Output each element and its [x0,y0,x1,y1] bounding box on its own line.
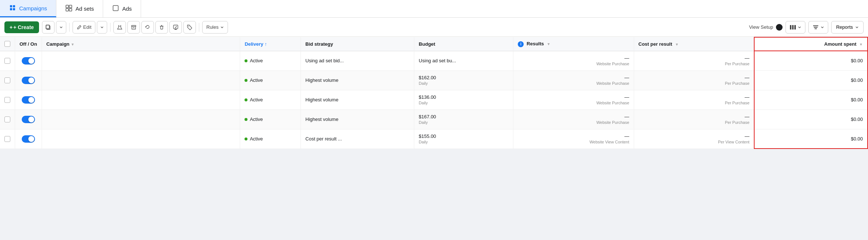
campaign-toggle[interactable] [22,135,35,143]
results-main: — [518,114,629,119]
budget-main: $167.00 [419,114,509,119]
assign-button[interactable] [169,21,182,34]
cell-campaign [42,51,240,70]
undo-button[interactable] [141,21,154,34]
amount-value: $0.00 [851,77,863,83]
create-label: + Create [13,24,34,30]
reports-button[interactable]: Reports [831,21,864,34]
cost-main: — [639,75,750,80]
delivery-sort-icon: ↑ [265,41,267,47]
th-cost-per-result: Cost per result ▼ [634,37,754,51]
results-main: — [518,133,629,139]
cell-amount-spent: $0.00 [754,70,868,90]
budget-main: $136.00 [419,94,509,100]
campaign-toggle[interactable] [22,57,35,65]
assign-icon [173,24,179,30]
create-button[interactable]: + + Create [4,21,39,33]
rules-button[interactable]: Rules [202,21,228,34]
ads-icon [112,4,119,13]
edit-icon [77,25,82,30]
duplicate-button[interactable] [42,21,55,34]
cell-amount-spent: $0.00 [754,90,868,109]
cell-checkbox [0,90,15,109]
th-delivery[interactable]: Delivery ↑ [240,37,301,51]
bid-value: Highest volume [305,97,338,102]
table-row: ActiveHighest volume$136.00Daily—Website… [0,90,868,109]
cell-campaign [42,90,240,109]
tab-campaigns[interactable]: Campaigns [0,0,56,17]
budget-main: Using ad set bu... [419,58,509,63]
cell-cost-per-result: —Per Purchase [634,90,754,109]
cell-results: —Website Purchase [513,109,634,129]
th-toggle: Off / On [15,37,42,51]
active-dot [245,79,247,82]
cell-amount-spent: $0.00 [754,129,868,149]
budget-main: $155.00 [419,133,509,139]
campaign-toggle[interactable] [22,116,35,123]
cost-sort-icon: ▼ [675,42,679,46]
archive-button[interactable] [127,21,140,34]
cost-sub: Per Purchase [639,101,750,105]
tag-button[interactable] [183,21,196,34]
table-row: ActiveHighest volume$162.00Daily—Website… [0,70,868,90]
cell-bid-strategy: Highest volume [301,90,414,109]
cell-toggle [15,129,42,149]
test-button[interactable] [113,21,126,34]
separator-2 [110,23,110,32]
svg-rect-18 [173,25,178,29]
budget-sub: Daily [419,101,509,105]
chevron-down-icon [59,25,63,29]
cell-checkbox [0,129,15,149]
row-checkbox[interactable] [4,77,10,83]
tab-ads[interactable]: Ads [103,0,141,17]
duplicate-dropdown-button[interactable] [56,21,66,34]
separator-1 [69,23,70,32]
svg-point-19 [189,26,189,27]
svg-rect-8 [113,6,118,11]
tab-ads-label: Ads [122,6,132,12]
table-row: ActiveHighest volume$167.00Daily—Website… [0,109,868,129]
results-sub: Website Purchase [518,120,629,125]
filter-button[interactable] [808,21,828,34]
separator-3 [199,23,199,32]
cell-checkbox [0,109,15,129]
amount-value: $0.00 [851,136,863,142]
campaign-toggle[interactable] [22,96,35,104]
ad-sets-icon [65,4,73,13]
edit-button[interactable]: Edit [73,21,95,34]
cost-sub: Per Purchase [639,120,750,125]
budget-sub: Daily [419,140,509,144]
columns-dropdown-icon [798,25,801,29]
cell-delivery: Active [240,70,301,90]
results-sub: Website Purchase [518,81,629,86]
row-checkbox[interactable] [4,136,10,142]
tab-ad-sets[interactable]: Ad sets [56,0,103,17]
columns-button[interactable] [786,21,805,34]
row-checkbox[interactable] [4,58,10,64]
select-all-checkbox[interactable] [4,41,10,47]
amount-value: $0.00 [851,58,863,63]
th-amount-spent: Amount spent ▼ [754,37,868,51]
results-main: — [518,75,629,80]
filter-icon [812,24,819,30]
view-setup-label: View Setup [749,24,773,30]
delete-button[interactable] [155,21,168,34]
results-info-icon: i [518,41,524,47]
delivery-status: Active [250,136,263,142]
row-checkbox[interactable] [4,116,10,122]
table-row: ActiveCost per result ...$155.00Daily—We… [0,129,868,149]
amount-value: $0.00 [851,116,863,122]
cell-cost-per-result: —Per Purchase [634,70,754,90]
columns-icon [790,24,796,30]
cell-toggle [15,109,42,129]
svg-rect-5 [69,5,72,8]
campaign-toggle[interactable] [22,77,35,84]
cell-bid-strategy: Cost per result ... [301,129,414,149]
budget-sub: Daily [419,120,509,125]
svg-rect-3 [13,8,15,10]
svg-rect-7 [69,8,72,11]
svg-rect-4 [66,5,68,8]
edit-dropdown-button[interactable] [97,21,107,34]
cell-delivery: Active [240,129,301,149]
row-checkbox[interactable] [4,97,10,103]
